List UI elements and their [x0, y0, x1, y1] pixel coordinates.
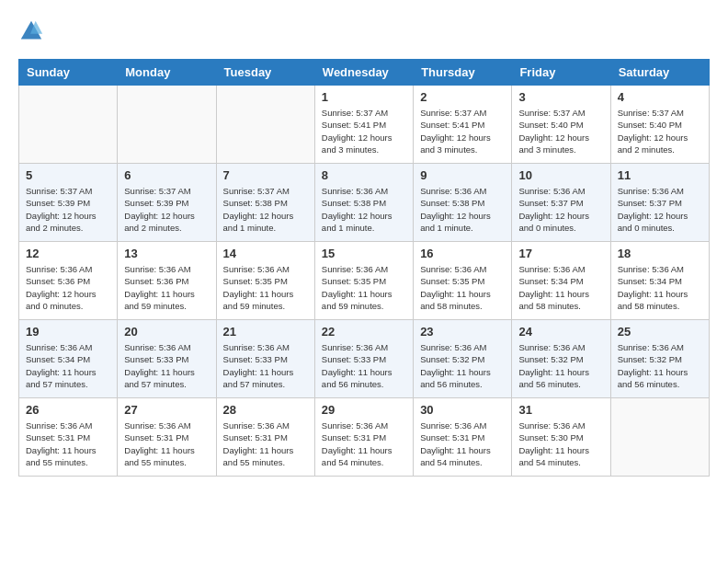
- calendar-table: SundayMondayTuesdayWednesdayThursdayFrid…: [18, 59, 710, 477]
- calendar-cell: 7Sunrise: 5:37 AM Sunset: 5:38 PM Daylig…: [216, 164, 314, 242]
- day-number: 29: [322, 403, 406, 417]
- day-number: 15: [322, 247, 406, 260]
- day-info: Sunrise: 5:36 AM Sunset: 5:33 PM Dayligh…: [322, 341, 406, 390]
- day-number: 6: [124, 168, 209, 182]
- day-number: 16: [420, 247, 505, 260]
- day-info: Sunrise: 5:37 AM Sunset: 5:41 PM Dayligh…: [420, 107, 505, 155]
- logo-icon: [18, 18, 44, 44]
- calendar-cell: 15Sunrise: 5:36 AM Sunset: 5:35 PM Dayli…: [314, 242, 413, 320]
- day-number: 21: [223, 325, 308, 339]
- calendar-cell: 20Sunrise: 5:36 AM Sunset: 5:33 PM Dayli…: [118, 320, 216, 398]
- calendar-cell: 28Sunrise: 5:36 AM Sunset: 5:31 PM Dayli…: [216, 398, 314, 477]
- day-info: Sunrise: 5:37 AM Sunset: 5:41 PM Dayligh…: [322, 107, 406, 155]
- calendar-cell: 3Sunrise: 5:37 AM Sunset: 5:40 PM Daylig…: [512, 86, 610, 164]
- day-info: Sunrise: 5:36 AM Sunset: 5:31 PM Dayligh…: [420, 419, 505, 468]
- week-row: 1Sunrise: 5:37 AM Sunset: 5:41 PM Daylig…: [19, 86, 710, 164]
- calendar-cell: [19, 86, 118, 164]
- day-info: Sunrise: 5:37 AM Sunset: 5:38 PM Dayligh…: [223, 185, 308, 234]
- weekday-header: Saturday: [610, 60, 709, 86]
- day-info: Sunrise: 5:36 AM Sunset: 5:33 PM Dayligh…: [223, 341, 308, 390]
- day-number: 20: [124, 325, 209, 339]
- day-info: Sunrise: 5:36 AM Sunset: 5:35 PM Dayligh…: [322, 263, 406, 312]
- calendar-cell: 12Sunrise: 5:36 AM Sunset: 5:36 PM Dayli…: [19, 242, 118, 320]
- day-number: 4: [618, 90, 702, 104]
- calendar-cell: [610, 398, 709, 477]
- week-row: 19Sunrise: 5:36 AM Sunset: 5:34 PM Dayli…: [19, 320, 710, 398]
- day-info: Sunrise: 5:37 AM Sunset: 5:39 PM Dayligh…: [124, 185, 209, 234]
- day-number: 2: [420, 90, 505, 104]
- day-number: 3: [518, 90, 603, 104]
- day-info: Sunrise: 5:37 AM Sunset: 5:40 PM Dayligh…: [518, 107, 603, 155]
- calendar-cell: 2Sunrise: 5:37 AM Sunset: 5:41 PM Daylig…: [414, 86, 512, 164]
- calendar-cell: 14Sunrise: 5:36 AM Sunset: 5:35 PM Dayli…: [216, 242, 314, 320]
- day-info: Sunrise: 5:36 AM Sunset: 5:31 PM Dayligh…: [223, 419, 308, 468]
- day-info: Sunrise: 5:36 AM Sunset: 5:37 PM Dayligh…: [518, 185, 603, 234]
- day-number: 7: [223, 168, 308, 182]
- day-info: Sunrise: 5:36 AM Sunset: 5:34 PM Dayligh…: [518, 263, 603, 312]
- day-info: Sunrise: 5:36 AM Sunset: 5:35 PM Dayligh…: [420, 263, 505, 312]
- day-info: Sunrise: 5:36 AM Sunset: 5:31 PM Dayligh…: [26, 419, 110, 468]
- calendar-cell: 23Sunrise: 5:36 AM Sunset: 5:32 PM Dayli…: [414, 320, 512, 398]
- day-number: 9: [420, 168, 505, 182]
- logo: [18, 18, 48, 44]
- weekday-header: Thursday: [414, 60, 512, 86]
- day-number: 22: [322, 325, 406, 339]
- calendar-cell: 9Sunrise: 5:36 AM Sunset: 5:38 PM Daylig…: [414, 164, 512, 242]
- day-number: 13: [124, 247, 209, 260]
- calendar-cell: 8Sunrise: 5:36 AM Sunset: 5:38 PM Daylig…: [314, 164, 413, 242]
- calendar-cell: 17Sunrise: 5:36 AM Sunset: 5:34 PM Dayli…: [512, 242, 610, 320]
- calendar-cell: 16Sunrise: 5:36 AM Sunset: 5:35 PM Dayli…: [414, 242, 512, 320]
- day-info: Sunrise: 5:36 AM Sunset: 5:32 PM Dayligh…: [618, 341, 702, 390]
- day-info: Sunrise: 5:36 AM Sunset: 5:32 PM Dayligh…: [518, 341, 603, 390]
- day-number: 25: [618, 325, 702, 339]
- calendar-cell: 5Sunrise: 5:37 AM Sunset: 5:39 PM Daylig…: [19, 164, 118, 242]
- calendar-cell: 21Sunrise: 5:36 AM Sunset: 5:33 PM Dayli…: [216, 320, 314, 398]
- day-number: 24: [518, 325, 603, 339]
- calendar-cell: 31Sunrise: 5:36 AM Sunset: 5:30 PM Dayli…: [512, 398, 610, 477]
- week-row: 5Sunrise: 5:37 AM Sunset: 5:39 PM Daylig…: [19, 164, 710, 242]
- day-number: 11: [618, 168, 702, 182]
- calendar-cell: 18Sunrise: 5:36 AM Sunset: 5:34 PM Dayli…: [610, 242, 709, 320]
- day-number: 26: [26, 403, 110, 417]
- day-number: 27: [124, 403, 209, 417]
- day-info: Sunrise: 5:36 AM Sunset: 5:38 PM Dayligh…: [420, 185, 505, 234]
- calendar-cell: 11Sunrise: 5:36 AM Sunset: 5:37 PM Dayli…: [610, 164, 709, 242]
- day-number: 12: [26, 247, 110, 260]
- day-number: 23: [420, 325, 505, 339]
- day-number: 28: [223, 403, 308, 417]
- day-info: Sunrise: 5:37 AM Sunset: 5:39 PM Dayligh…: [26, 185, 110, 234]
- day-number: 18: [618, 247, 702, 260]
- day-number: 10: [518, 168, 603, 182]
- day-info: Sunrise: 5:37 AM Sunset: 5:40 PM Dayligh…: [618, 107, 702, 155]
- calendar-cell: 10Sunrise: 5:36 AM Sunset: 5:37 PM Dayli…: [512, 164, 610, 242]
- day-info: Sunrise: 5:36 AM Sunset: 5:36 PM Dayligh…: [124, 263, 209, 312]
- day-info: Sunrise: 5:36 AM Sunset: 5:30 PM Dayligh…: [518, 419, 603, 468]
- day-info: Sunrise: 5:36 AM Sunset: 5:37 PM Dayligh…: [618, 185, 702, 234]
- weekday-header: Sunday: [19, 60, 118, 86]
- weekday-header: Tuesday: [216, 60, 314, 86]
- calendar-cell: 27Sunrise: 5:36 AM Sunset: 5:31 PM Dayli…: [118, 398, 216, 477]
- day-info: Sunrise: 5:36 AM Sunset: 5:34 PM Dayligh…: [618, 263, 702, 312]
- calendar-cell: 24Sunrise: 5:36 AM Sunset: 5:32 PM Dayli…: [512, 320, 610, 398]
- calendar-cell: 30Sunrise: 5:36 AM Sunset: 5:31 PM Dayli…: [414, 398, 512, 477]
- weekday-header: Friday: [512, 60, 610, 86]
- calendar-cell: [216, 86, 314, 164]
- week-row: 12Sunrise: 5:36 AM Sunset: 5:36 PM Dayli…: [19, 242, 710, 320]
- day-number: 17: [518, 247, 603, 260]
- calendar-cell: 19Sunrise: 5:36 AM Sunset: 5:34 PM Dayli…: [19, 320, 118, 398]
- calendar-cell: 25Sunrise: 5:36 AM Sunset: 5:32 PM Dayli…: [610, 320, 709, 398]
- day-info: Sunrise: 5:36 AM Sunset: 5:31 PM Dayligh…: [322, 419, 406, 468]
- weekday-header: Monday: [118, 60, 216, 86]
- day-info: Sunrise: 5:36 AM Sunset: 5:34 PM Dayligh…: [26, 341, 110, 390]
- calendar-cell: 22Sunrise: 5:36 AM Sunset: 5:33 PM Dayli…: [314, 320, 413, 398]
- day-number: 19: [26, 325, 110, 339]
- calendar-cell: [118, 86, 216, 164]
- weekday-header: Wednesday: [314, 60, 413, 86]
- calendar-cell: 4Sunrise: 5:37 AM Sunset: 5:40 PM Daylig…: [610, 86, 709, 164]
- calendar-cell: 6Sunrise: 5:37 AM Sunset: 5:39 PM Daylig…: [118, 164, 216, 242]
- calendar-cell: 29Sunrise: 5:36 AM Sunset: 5:31 PM Dayli…: [314, 398, 413, 477]
- day-info: Sunrise: 5:36 AM Sunset: 5:33 PM Dayligh…: [124, 341, 209, 390]
- day-info: Sunrise: 5:36 AM Sunset: 5:31 PM Dayligh…: [124, 419, 209, 468]
- day-info: Sunrise: 5:36 AM Sunset: 5:32 PM Dayligh…: [420, 341, 505, 390]
- calendar-cell: 13Sunrise: 5:36 AM Sunset: 5:36 PM Dayli…: [118, 242, 216, 320]
